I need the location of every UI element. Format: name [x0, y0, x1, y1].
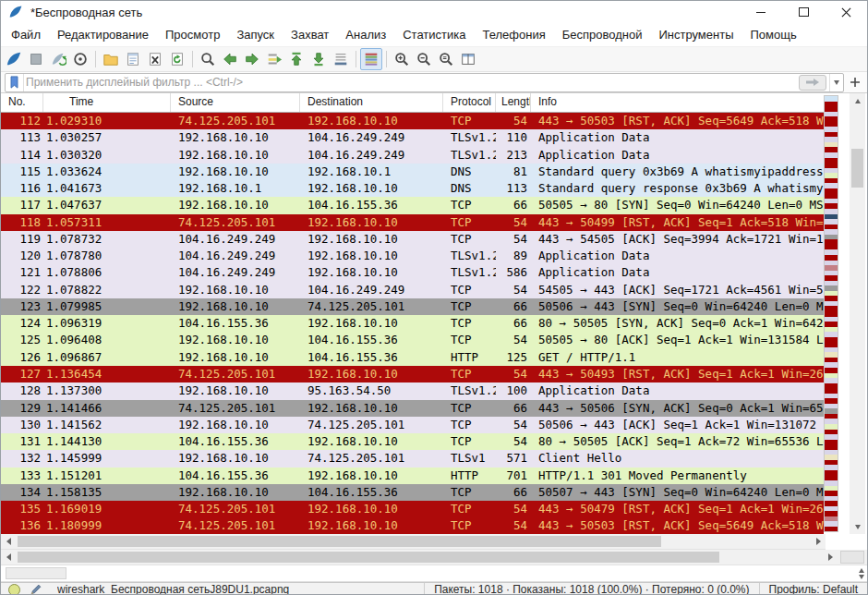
- packet-row-112[interactable]: 1121.02931074.125.205.101192.168.10.10TC…: [1, 113, 824, 129]
- column-header-info[interactable]: Info: [531, 93, 824, 112]
- packet-row-116[interactable]: 1161.041673192.168.10.1192.168.10.10DNS1…: [1, 180, 824, 197]
- hscroll-track-2[interactable]: [16, 550, 823, 565]
- zoom-reset-icon[interactable]: [435, 48, 457, 70]
- packet-row-124[interactable]: 1241.096319104.16.155.36192.168.10.10TCP…: [1, 315, 824, 332]
- menu-item-view[interactable]: Просмотр: [157, 24, 228, 46]
- menu-item-edit[interactable]: Редактирование: [49, 24, 157, 46]
- cell-time: 1.078780: [43, 248, 171, 264]
- add-filter-button[interactable]: [847, 74, 863, 91]
- restart-capture-icon[interactable]: [47, 48, 69, 70]
- zoom-out-icon[interactable]: [413, 48, 435, 70]
- packet-row-127[interactable]: 1271.13645474.125.205.101192.168.10.10TC…: [1, 366, 824, 382]
- find-packet-icon[interactable]: [197, 48, 219, 70]
- expert-info-icon[interactable]: [8, 584, 20, 595]
- zoom-in-icon[interactable]: [391, 48, 413, 70]
- colorize-icon[interactable]: [360, 48, 382, 70]
- packet-row-122[interactable]: 1221.078822192.168.10.10104.16.249.249TC…: [1, 282, 824, 298]
- packet-row-113[interactable]: 1131.030257192.168.10.10104.16.249.249TL…: [1, 129, 824, 146]
- menu-item-help[interactable]: Помощь: [742, 24, 805, 46]
- stop-capture-icon[interactable]: [25, 48, 47, 70]
- packet-row-125[interactable]: 1251.096408192.168.10.10104.16.155.36TCP…: [1, 332, 824, 348]
- cell-destination: 104.16.155.36: [300, 332, 443, 348]
- packet-row-121[interactable]: 1211.078806104.16.249.249192.168.10.10TL…: [1, 264, 824, 281]
- packet-row-128[interactable]: 1281.137300192.168.10.1095.163.54.50TLSv…: [1, 382, 824, 399]
- packet-row-118[interactable]: 1181.05731174.125.205.101192.168.10.10TC…: [1, 214, 824, 231]
- close-button[interactable]: [825, 1, 867, 23]
- cell-info: 443 → 50503 [RST, ACK] Seq=5649 Ack=518 …: [531, 517, 824, 534]
- menu-item-file[interactable]: Файл: [3, 24, 49, 46]
- chevron-down-icon: [859, 575, 864, 579]
- scroll-up-button[interactable]: [850, 93, 865, 108]
- packet-row-126[interactable]: 1261.096867192.168.10.10104.16.155.36HTT…: [1, 349, 824, 366]
- previous-packet-icon[interactable]: [219, 48, 241, 70]
- packet-row-120[interactable]: 1201.078780104.16.249.249192.168.10.10TL…: [1, 248, 824, 264]
- close-file-icon[interactable]: [144, 48, 166, 70]
- column-header-destination[interactable]: Destination: [300, 93, 443, 112]
- hscroll-track-1[interactable]: [16, 534, 811, 549]
- toolbar-separator: [95, 51, 96, 67]
- filter-dropdown-caret[interactable]: [829, 74, 843, 91]
- packet-minimap[interactable]: [824, 95, 838, 532]
- last-packet-icon[interactable]: [307, 48, 330, 70]
- menu-item-wireless[interactable]: Беспроводной: [554, 24, 651, 46]
- save-file-icon[interactable]: [122, 48, 144, 70]
- scroll-right-button[interactable]: [811, 534, 826, 549]
- capture-comment-icon[interactable]: [30, 583, 42, 595]
- open-file-icon[interactable]: [100, 48, 122, 70]
- mini-scroll-arrows[interactable]: [859, 568, 864, 579]
- column-header-time[interactable]: Time: [43, 93, 171, 112]
- packet-row-133[interactable]: 1331.151201104.16.155.36192.168.10.10HTT…: [1, 468, 824, 484]
- menu-item-tools[interactable]: Инструменты: [650, 24, 741, 46]
- filter-bookmark-icon[interactable]: [6, 74, 24, 91]
- column-header-no[interactable]: No.: [1, 93, 43, 112]
- hscroll-thumb-2[interactable]: [18, 552, 719, 563]
- cell-protocol: DNS: [443, 164, 496, 180]
- start-capture-icon[interactable]: [3, 48, 25, 70]
- packet-row-132[interactable]: 1321.145999192.168.10.1074.125.205.101TL…: [1, 450, 824, 467]
- capture-options-icon[interactable]: [69, 48, 91, 70]
- column-header-length[interactable]: Length: [496, 93, 531, 112]
- packet-row-115[interactable]: 1151.033624192.168.10.10192.168.10.1DNS8…: [1, 164, 824, 180]
- scroll-down-button[interactable]: [850, 519, 865, 534]
- packet-row-117[interactable]: 1171.047637192.168.10.10104.16.155.36TCP…: [1, 197, 824, 213]
- apply-filter-button[interactable]: [799, 75, 826, 91]
- collapsed-pane-item[interactable]: [6, 567, 66, 579]
- resize-columns-icon[interactable]: [457, 48, 479, 70]
- auto-scroll-icon[interactable]: [330, 48, 352, 70]
- packet-row-136[interactable]: 1361.18099974.125.205.101192.168.10.10TC…: [1, 517, 824, 534]
- cell-no: 120: [1, 248, 43, 264]
- menu-item-go[interactable]: Запуск: [228, 24, 283, 46]
- packet-row-114[interactable]: 1141.030320192.168.10.10104.16.249.249TL…: [1, 147, 824, 164]
- packet-row-130[interactable]: 1301.141562192.168.10.1074.125.205.101TC…: [1, 417, 824, 433]
- next-packet-icon[interactable]: [241, 48, 263, 70]
- column-header-protocol[interactable]: Protocol: [443, 93, 496, 112]
- vscroll-thumb[interactable]: [851, 149, 863, 188]
- scroll-right-button-2[interactable]: [823, 550, 838, 565]
- menu-item-statistics[interactable]: Статистика: [394, 24, 474, 46]
- column-header-source[interactable]: Source: [171, 93, 300, 112]
- packet-row-134[interactable]: 1341.158135192.168.10.10104.16.155.36TCP…: [1, 484, 824, 501]
- vertical-scrollbar[interactable]: [850, 93, 865, 534]
- scroll-left-button-2[interactable]: [1, 550, 16, 565]
- display-filter-input[interactable]: [24, 75, 799, 90]
- packet-row-123[interactable]: 1231.079985192.168.10.1074.125.205.101TC…: [1, 298, 824, 315]
- cell-source: 104.16.155.36: [171, 315, 300, 332]
- menu-item-analyze[interactable]: Анализ: [337, 24, 394, 46]
- reload-file-icon[interactable]: [166, 48, 188, 70]
- packet-row-119[interactable]: 1191.078732104.16.249.249192.168.10.10TC…: [1, 231, 824, 248]
- menu-item-capture[interactable]: Захват: [283, 24, 337, 46]
- go-to-packet-icon[interactable]: [263, 48, 285, 70]
- profile-selector[interactable]: Профиль: Default: [759, 583, 868, 595]
- menu-item-telephony[interactable]: Телефония: [474, 24, 553, 46]
- packet-row-135[interactable]: 1351.16901974.125.205.101192.168.10.10TC…: [1, 501, 824, 517]
- maximize-button[interactable]: [782, 1, 825, 23]
- hscroll-thumb-1[interactable]: [18, 536, 661, 547]
- packet-list-hscrollbar[interactable]: [1, 534, 826, 550]
- minimize-button[interactable]: [740, 1, 782, 23]
- packet-row-129[interactable]: 1291.14146674.125.205.101192.168.10.10TC…: [1, 400, 824, 417]
- first-packet-icon[interactable]: [285, 48, 307, 70]
- scroll-left-button[interactable]: [1, 534, 16, 549]
- packet-row-131[interactable]: 1311.144130104.16.155.36192.168.10.10TCP…: [1, 433, 824, 450]
- bottom-pane-hscrollbar[interactable]: [1, 550, 867, 565]
- vscroll-track[interactable]: [850, 108, 865, 519]
